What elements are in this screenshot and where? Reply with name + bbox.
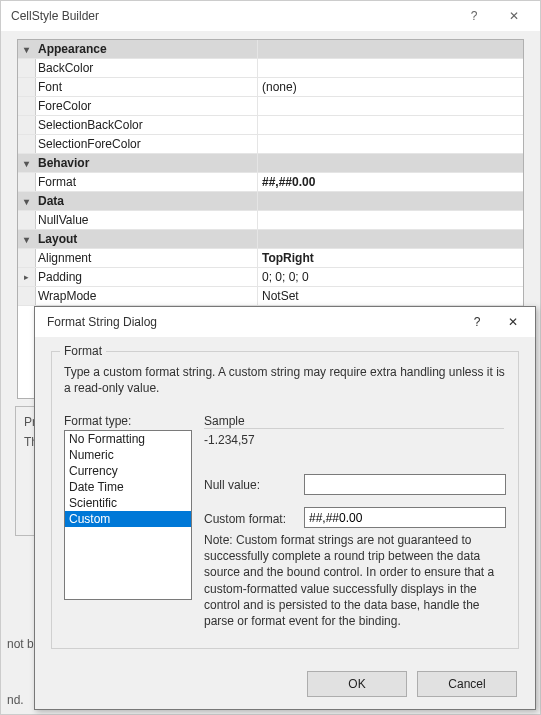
custom-format-input[interactable] xyxy=(304,507,506,528)
prop-row-selectionforecolor[interactable]: SelectionForeColor xyxy=(18,135,523,154)
category-data[interactable]: ▾ Data xyxy=(18,192,523,211)
chevron-right-icon[interactable]: ▸ xyxy=(18,268,36,286)
help-icon: ? xyxy=(474,315,481,329)
chevron-down-icon[interactable]: ▾ xyxy=(18,40,36,58)
prop-row-nullvalue[interactable]: NullValue xyxy=(18,211,523,230)
category-layout[interactable]: ▾ Layout xyxy=(18,230,523,249)
sample-label: Sample xyxy=(204,414,245,428)
close-button[interactable]: ✕ xyxy=(494,1,534,31)
format-type-listbox[interactable]: No Formatting Numeric Currency Date Time… xyxy=(64,430,192,600)
background-text-b: nd. xyxy=(7,693,24,707)
close-icon: ✕ xyxy=(509,9,519,23)
list-item-selected[interactable]: Custom xyxy=(65,511,191,527)
cancel-button[interactable]: Cancel xyxy=(417,671,517,697)
main-window-title: CellStyle Builder xyxy=(11,9,454,23)
category-appearance[interactable]: ▾ Appearance xyxy=(18,40,523,59)
prop-row-forecolor[interactable]: ForeColor xyxy=(18,97,523,116)
chevron-down-icon[interactable]: ▾ xyxy=(18,192,36,210)
category-behavior[interactable]: ▾ Behavior xyxy=(18,154,523,173)
list-item[interactable]: Date Time xyxy=(65,479,191,495)
format-note: Note: Custom format strings are not guar… xyxy=(204,532,510,629)
dialog-help-button[interactable]: ? xyxy=(459,307,495,337)
list-item[interactable]: Currency xyxy=(65,463,191,479)
dialog-close-button[interactable]: ✕ xyxy=(495,307,531,337)
custom-format-label: Custom format: xyxy=(204,512,286,526)
ok-button[interactable]: OK xyxy=(307,671,407,697)
prop-row-padding[interactable]: ▸ Padding 0; 0; 0; 0 xyxy=(18,268,523,287)
chevron-down-icon[interactable]: ▾ xyxy=(18,230,36,248)
prop-row-wrapmode[interactable]: WrapMode NotSet xyxy=(18,287,523,306)
dialog-button-row: OK Cancel xyxy=(307,671,517,697)
chevron-down-icon[interactable]: ▾ xyxy=(18,154,36,172)
help-button[interactable]: ? xyxy=(454,1,494,31)
help-icon: ? xyxy=(471,9,478,23)
main-titlebar: CellStyle Builder ? ✕ xyxy=(1,1,540,31)
groupbox-label: Format xyxy=(60,344,106,358)
prop-row-alignment[interactable]: Alignment TopRight xyxy=(18,249,523,268)
null-value-label: Null value: xyxy=(204,478,260,492)
format-string-dialog: Format String Dialog ? ✕ Format Type a c… xyxy=(34,306,536,710)
dialog-titlebar: Format String Dialog ? ✕ xyxy=(35,307,535,337)
format-groupbox: Format Type a custom format string. A cu… xyxy=(51,351,519,649)
dialog-title: Format String Dialog xyxy=(47,315,459,329)
list-item[interactable]: Numeric xyxy=(65,447,191,463)
prop-row-font[interactable]: Font (none) xyxy=(18,78,523,97)
prop-row-format[interactable]: Format ##,##0.00 xyxy=(18,173,523,192)
format-description: Type a custom format string. A custom st… xyxy=(64,364,506,396)
format-type-label: Format type: xyxy=(64,414,131,428)
sample-value: -1.234,57 xyxy=(204,428,504,452)
null-value-input[interactable] xyxy=(304,474,506,495)
close-icon: ✕ xyxy=(508,315,518,329)
prop-row-selectionbackcolor[interactable]: SelectionBackColor xyxy=(18,116,523,135)
prop-row-backcolor[interactable]: BackColor xyxy=(18,59,523,78)
list-item[interactable]: No Formatting xyxy=(65,431,191,447)
list-item[interactable]: Scientific xyxy=(65,495,191,511)
